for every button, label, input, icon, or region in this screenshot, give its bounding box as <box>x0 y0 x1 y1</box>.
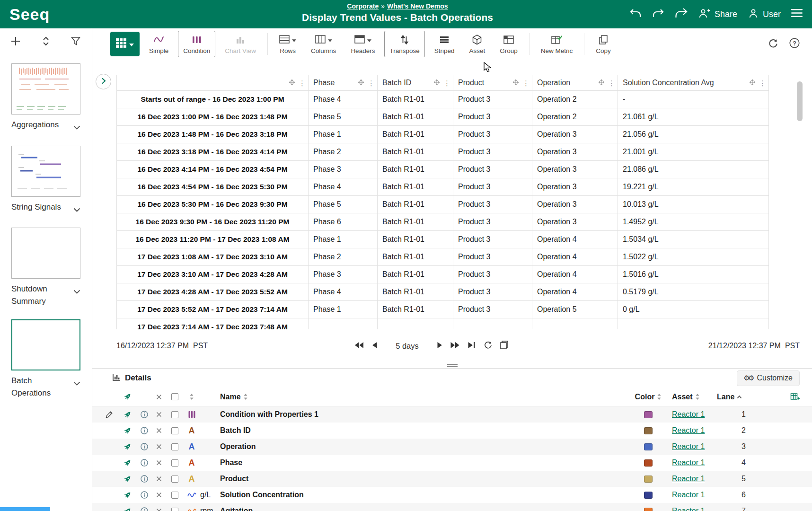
details-row[interactable]: g/LSolution ConcentrationReactor 16 <box>92 487 812 503</box>
refresh-range-button[interactable] <box>484 341 492 351</box>
column-header-solution-concentration-avg[interactable]: Solution Concentration Avg⋮ <box>618 75 769 91</box>
add-column-icon[interactable] <box>778 392 812 402</box>
seeq-logo[interactable]: Seeq <box>9 5 90 24</box>
table-row[interactable]: Starts out of range - 16 Dec 2023 1:00 P… <box>117 91 769 108</box>
item-asset-link[interactable]: Reactor 1 <box>672 426 717 435</box>
item-asset-link[interactable]: Reactor 1 <box>672 507 717 511</box>
item-name[interactable]: Agitation <box>220 507 625 511</box>
table-row[interactable]: 16 Dec 2023 9:30 PM - 16 Dec 2023 11:20 … <box>117 213 769 231</box>
user-menu-button[interactable]: User <box>748 8 781 21</box>
asset-swap-rocket-icon[interactable] <box>118 507 137 511</box>
table-row[interactable]: 16 Dec 2023 1:48 PM - 16 Dec 2023 3:18 P… <box>117 126 769 143</box>
item-asset-link[interactable]: Reactor 1 <box>672 491 717 499</box>
worksheet-label-batch-operations[interactable]: Batch Operations <box>11 375 73 399</box>
details-row[interactable]: APhaseReactor 14 <box>92 455 812 471</box>
remove-item-icon[interactable] <box>152 428 166 433</box>
remove-item-icon[interactable] <box>152 492 166 498</box>
refresh-table-button[interactable] <box>768 38 778 50</box>
item-name[interactable]: Condition with Properties 1 <box>220 410 625 419</box>
rows-button[interactable]: Rows <box>274 31 301 57</box>
type-sort-icon[interactable] <box>183 394 200 400</box>
column-header-operation[interactable]: Operation⋮ <box>532 75 618 91</box>
table-scrollbar-thumb[interactable] <box>797 81 803 121</box>
details-row[interactable]: AOperationReactor 13 <box>92 439 812 455</box>
step-forward-button[interactable] <box>437 342 442 351</box>
item-info-icon[interactable] <box>137 491 152 499</box>
details-row[interactable]: rpmAgitationReactor 17 <box>92 503 812 511</box>
item-checkbox[interactable] <box>166 459 183 467</box>
item-checkbox[interactable] <box>166 492 183 499</box>
column-header-batch-id[interactable]: Batch ID⋮ <box>378 75 453 91</box>
item-info-icon[interactable] <box>137 427 152 434</box>
asset-swap-rocket-icon[interactable] <box>118 442 137 451</box>
worksheet-thumbnail-shutdown-summary[interactable] <box>11 228 80 279</box>
step-forward-fast-button[interactable] <box>450 342 460 351</box>
worksheet-label-shutdown-summary[interactable]: Shutdown Summary <box>11 283 73 307</box>
asset-button[interactable]: Asset <box>464 31 490 57</box>
column-menu-icon[interactable]: ⋮ <box>443 79 450 87</box>
item-color-swatch[interactable] <box>625 427 672 434</box>
item-color-swatch[interactable] <box>625 411 672 418</box>
asset-swap-rocket-icon[interactable] <box>118 426 137 435</box>
step-back-button[interactable] <box>372 342 377 351</box>
asset-swap-rocket-icon[interactable] <box>118 475 137 484</box>
display-range-end[interactable]: 21/12/2023 12:37 PM PST <box>708 342 800 350</box>
asset-column-header[interactable]: Asset <box>672 393 717 401</box>
worksheet-label-string-signals[interactable]: String Signals <box>11 201 61 213</box>
worksheet-thumbnail-string-signals[interactable] <box>11 146 80 197</box>
remove-item-icon[interactable] <box>152 476 166 482</box>
column-header-capsule[interactable]: ⋮ <box>117 75 309 91</box>
column-menu-icon[interactable]: ⋮ <box>368 79 375 87</box>
sort-icon[interactable] <box>243 394 248 400</box>
remove-item-icon[interactable] <box>152 444 166 449</box>
item-name[interactable]: Batch ID <box>220 426 625 435</box>
item-color-swatch[interactable] <box>625 476 672 483</box>
table-row[interactable]: 16 Dec 2023 1:00 PM - 16 Dec 2023 1:48 P… <box>117 108 769 126</box>
column-header-product[interactable]: Product⋮ <box>453 75 532 91</box>
striped-button[interactable]: Striped <box>429 31 460 57</box>
item-asset-link[interactable]: Reactor 1 <box>672 458 717 467</box>
color-column-header[interactable]: Color <box>625 393 672 401</box>
chevron-down-icon[interactable] <box>73 377 80 389</box>
item-color-swatch[interactable] <box>625 508 672 511</box>
new-metric-button[interactable]: New Metric <box>536 31 578 57</box>
column-move-icon[interactable] <box>358 79 364 87</box>
item-color-swatch[interactable] <box>625 459 672 467</box>
simple-view-button[interactable]: Simple <box>144 31 174 57</box>
hamburger-menu-button[interactable] <box>791 9 803 20</box>
column-move-icon[interactable] <box>750 79 755 87</box>
table-row[interactable]: 17 Dec 2023 3:10 AM - 17 Dec 2023 4:28 A… <box>117 266 769 283</box>
asset-swap-rocket-icon[interactable] <box>118 458 137 467</box>
item-info-icon[interactable] <box>137 459 152 467</box>
chevron-down-icon[interactable] <box>73 121 80 133</box>
panel-resize-handle[interactable] <box>92 362 812 368</box>
item-name[interactable]: Solution Concentration <box>220 491 625 499</box>
select-all-checkbox[interactable] <box>166 393 183 400</box>
expand-collapse-button[interactable] <box>42 36 50 48</box>
worksheet-thumbnail-aggregations[interactable] <box>11 63 80 115</box>
column-move-icon[interactable] <box>289 79 295 87</box>
sort-ascending-icon[interactable] <box>737 395 742 399</box>
item-info-icon[interactable] <box>137 475 152 483</box>
table-row[interactable]: 16 Dec 2023 5:30 PM - 16 Dec 2023 9:30 P… <box>117 196 769 213</box>
lane-column-header[interactable]: Lane <box>717 393 778 401</box>
name-column-header[interactable]: Name <box>220 393 625 401</box>
item-asset-link[interactable]: Reactor 1 <box>672 442 717 451</box>
sort-icon[interactable] <box>695 394 700 400</box>
sort-icon[interactable] <box>657 394 662 400</box>
column-move-icon[interactable] <box>513 79 519 87</box>
share-button[interactable]: Share <box>698 8 737 21</box>
asset-swap-rocket-icon[interactable] <box>118 491 137 500</box>
help-button[interactable]: ? <box>789 38 800 50</box>
breadcrumb-whats-new-link[interactable]: What's New Demos <box>387 2 448 10</box>
column-menu-icon[interactable]: ⋮ <box>299 79 306 87</box>
item-asset-link[interactable]: Reactor 1 <box>672 475 717 483</box>
details-row[interactable]: ABatch IDReactor 12 <box>92 423 812 439</box>
duration-label[interactable]: 5 days <box>396 342 419 351</box>
expand-panel-button[interactable] <box>96 74 111 89</box>
item-name[interactable]: Operation <box>220 442 625 451</box>
column-move-icon[interactable] <box>599 79 604 87</box>
filter-worksheets-button[interactable] <box>71 36 80 48</box>
asset-swap-rocket-icon[interactable] <box>118 410 137 419</box>
worksheet-thumbnail-batch-operations[interactable] <box>11 319 80 370</box>
